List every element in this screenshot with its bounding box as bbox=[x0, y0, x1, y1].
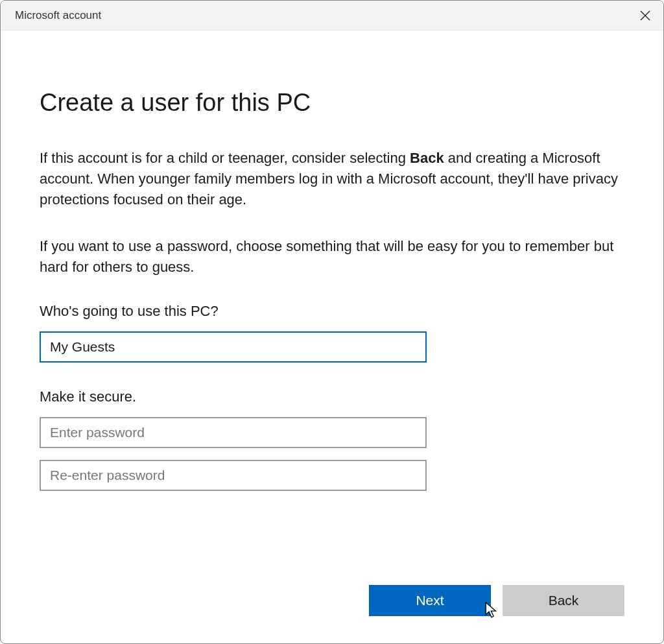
content-area: Create a user for this PC If this accoun… bbox=[1, 30, 663, 643]
close-icon bbox=[640, 10, 650, 21]
window-title: Microsoft account bbox=[15, 9, 101, 22]
intro-text-before: If this account is for a child or teenag… bbox=[40, 150, 410, 166]
back-button[interactable]: Back bbox=[503, 585, 624, 616]
titlebar: Microsoft account bbox=[1, 1, 663, 30]
password-hint-paragraph: If you want to use a password, choose so… bbox=[40, 236, 623, 278]
next-button[interactable]: Next bbox=[369, 585, 491, 616]
close-button[interactable] bbox=[627, 1, 663, 30]
secure-label: Make it secure. bbox=[40, 388, 624, 405]
dialog-window: Microsoft account Create a user for this… bbox=[0, 0, 664, 644]
intro-text-bold: Back bbox=[410, 150, 444, 166]
button-row: Next Back bbox=[369, 585, 624, 616]
password-confirm-input[interactable] bbox=[40, 460, 427, 491]
username-label: Who's going to use this PC? bbox=[40, 303, 624, 320]
username-input[interactable] bbox=[40, 331, 427, 363]
intro-paragraph: If this account is for a child or teenag… bbox=[40, 148, 623, 210]
page-heading: Create a user for this PC bbox=[40, 89, 624, 117]
password-input[interactable] bbox=[40, 417, 427, 448]
